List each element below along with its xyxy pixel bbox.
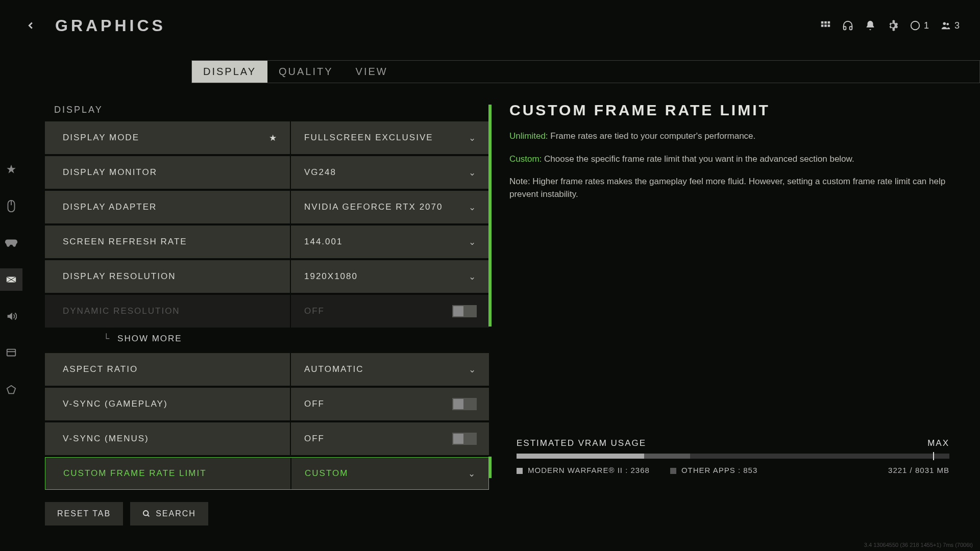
back-button[interactable] [20,15,41,36]
sidebar-graphics[interactable] [0,268,22,291]
svg-point-6 [911,21,920,30]
sidebar-network[interactable] [0,379,22,401]
sidebar-audio[interactable] [0,305,22,328]
svg-rect-0 [821,21,824,24]
chevron-down-icon: ⌄ [469,271,477,282]
svg-rect-1 [824,21,827,24]
setting-refresh-rate[interactable]: SCREEN REFRESH RATE 144.001⌄ [45,226,489,258]
chevron-down-icon: ⌄ [469,202,477,213]
vram-title: ESTIMATED VRAM USAGE [517,438,646,448]
tab-view[interactable]: VIEW [345,61,399,83]
search-icon [142,510,151,518]
setting-resolution[interactable]: DISPLAY RESOLUTION 1920X1080⌄ [45,260,489,293]
bell-icon[interactable] [865,20,876,31]
chevron-down-icon: ⌄ [469,364,477,375]
toggle-off[interactable] [452,398,477,410]
setting-vsync-gameplay[interactable]: V-SYNC (GAMEPLAY) OFF [45,388,489,420]
sidebar-favorites[interactable] [0,158,22,181]
star-icon: ★ [269,133,278,143]
chevron-down-icon: ⌄ [468,468,476,479]
reset-tab-button[interactable]: RESET TAB [45,502,123,525]
tree-icon: └ [103,334,110,344]
gear-icon[interactable] [887,20,898,31]
detail-body: Unlimited: Frame rates are tied to your … [509,130,949,201]
toggle-off[interactable] [452,433,477,445]
vram-total: 3221 / 8031 MB [888,466,949,474]
vram-panel: ESTIMATED VRAM USAGE MAX MODERN WARFARE®… [517,438,949,474]
svg-rect-12 [7,349,16,356]
vram-legend-game: MODERN WARFARE® II : 2368 [517,466,650,474]
apps-icon[interactable] [820,20,831,31]
party-count[interactable]: 1 [910,20,929,31]
chevron-down-icon: ⌄ [469,133,477,143]
setting-vsync-menus[interactable]: V-SYNC (MENUS) OFF [45,422,489,455]
vram-bar [517,454,949,459]
tab-bar: DISPLAY QUALITY VIEW [191,60,980,83]
setting-aspect-ratio[interactable]: ASPECT RATIO AUTOMATIC⌄ [45,353,489,386]
svg-rect-4 [824,24,827,27]
tab-quality[interactable]: QUALITY [267,61,345,83]
show-more-button[interactable]: └SHOW MORE [45,330,489,353]
svg-point-15 [143,511,148,515]
svg-line-16 [148,515,149,516]
headset-icon[interactable] [842,20,853,31]
setting-display-monitor[interactable]: DISPLAY MONITOR VG248⌄ [45,156,489,189]
sidebar-interface[interactable] [0,342,22,364]
vram-legend-other: OTHER APPS : 853 [670,466,757,474]
page-title: GRAPHICS [55,16,166,35]
setting-dynamic-resolution: DYNAMIC RESOLUTION OFF [45,295,489,328]
svg-point-8 [946,23,949,26]
chevron-down-icon: ⌄ [469,167,477,178]
tab-display[interactable]: DISPLAY [192,61,267,83]
setting-display-adapter[interactable]: DISPLAY ADAPTER NVIDIA GEFORCE RTX 2070⌄ [45,191,489,223]
build-info: 3.4 13064550 (36 218 1455+1) 7ms (7006t) [864,542,973,548]
setting-display-mode[interactable]: DISPLAY MODE★ FULLSCREEN EXCLUSIVE⌄ [45,121,489,154]
selection-indicator [488,457,492,478]
detail-title: CUSTOM FRAME RATE LIMIT [509,102,949,119]
svg-rect-2 [828,21,830,24]
toggle-off [452,305,477,317]
sidebar-controller[interactable] [0,232,22,254]
setting-frame-rate-limit[interactable]: CUSTOM FRAME RATE LIMIT CUSTOM⌄ [45,457,489,490]
sidebar-mouse[interactable] [0,195,22,217]
svg-rect-5 [828,24,830,27]
svg-point-7 [943,22,946,26]
friends-count[interactable]: 3 [940,20,960,31]
vram-max-label: MAX [927,438,949,448]
vram-max-marker [933,452,934,460]
chevron-down-icon: ⌄ [469,237,477,247]
search-button[interactable]: SEARCH [130,502,208,525]
svg-rect-3 [821,24,824,27]
svg-marker-14 [7,386,16,394]
sidebar [0,158,22,401]
section-title: DISPLAY [45,98,489,121]
